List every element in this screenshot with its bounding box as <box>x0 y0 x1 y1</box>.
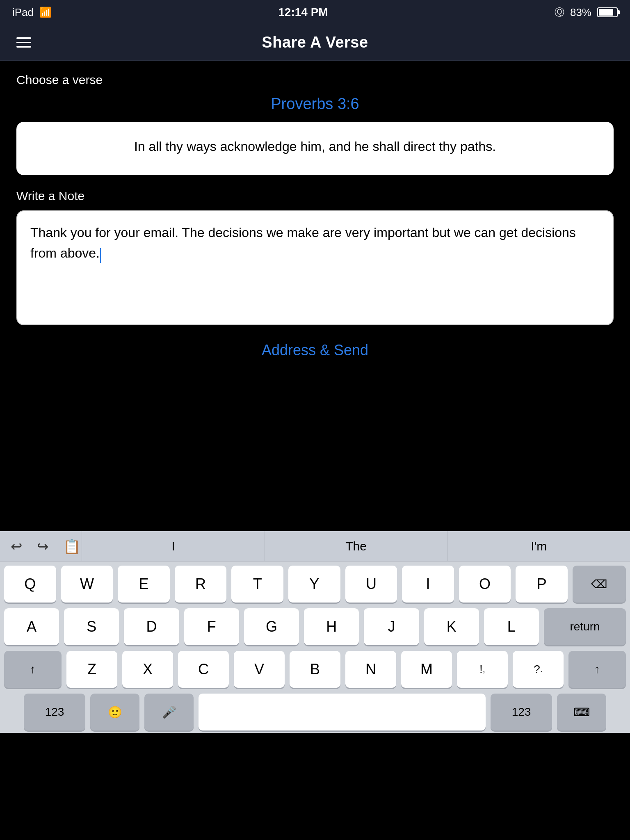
key-f[interactable]: F <box>184 608 239 645</box>
key-row-3: ↑ Z X C V B N M !, ?. ↑ <box>4 651 626 688</box>
status-bar: iPad 📶 12:14 PM Ⓠ 83% <box>0 0 630 25</box>
key-j[interactable]: J <box>364 608 419 645</box>
key-v[interactable]: V <box>234 651 285 688</box>
key-row-4: 123 🙂 🎤 123 ⌨ <box>4 694 626 730</box>
menu-line <box>16 37 31 39</box>
key-u[interactable]: U <box>345 566 397 603</box>
shift-key-right[interactable]: ↑ <box>568 651 626 688</box>
num-key-left[interactable]: 123 <box>24 694 85 730</box>
text-cursor <box>100 248 101 263</box>
key-m[interactable]: M <box>401 651 452 688</box>
key-n[interactable]: N <box>345 651 396 688</box>
status-bar-right: Ⓠ 83% <box>555 6 618 19</box>
verse-text: In all thy ways acknowledge him, and he … <box>33 137 597 156</box>
keyboard-dismiss-key[interactable]: ⌨ <box>557 694 606 730</box>
emoji-key[interactable]: 🙂 <box>90 694 139 730</box>
undo-button[interactable]: ↩ <box>7 535 25 558</box>
verse-title[interactable]: Proverbs 3:6 <box>16 95 614 113</box>
return-key[interactable]: return <box>544 608 626 645</box>
suggestion-im[interactable]: I'm <box>447 531 630 561</box>
keyboard-suggestions: ↩ ↪ 📋 I The I'm <box>0 531 630 562</box>
key-h[interactable]: H <box>304 608 359 645</box>
key-g[interactable]: G <box>244 608 299 645</box>
menu-line <box>16 42 31 43</box>
key-r[interactable]: R <box>175 566 227 603</box>
empty-space <box>0 371 630 531</box>
key-row-1: Q W E R T Y U I O P ⌫ <box>4 566 626 603</box>
redo-button[interactable]: ↪ <box>34 535 52 558</box>
verse-box[interactable]: In all thy ways acknowledge him, and he … <box>16 122 614 175</box>
wifi-icon: 📶 <box>39 7 52 18</box>
status-bar-time: 12:14 PM <box>278 6 328 19</box>
location-icon: Ⓠ <box>555 6 564 19</box>
write-note-label: Write a Note <box>16 189 614 203</box>
key-question-period[interactable]: ?. <box>513 651 564 688</box>
key-row-2: A S D F G H J K L return <box>4 608 626 645</box>
keyboard-rows: Q W E R T Y U I O P ⌫ A S D F G H J K L … <box>0 562 630 733</box>
key-w[interactable]: W <box>61 566 113 603</box>
battery-bar <box>597 7 618 17</box>
space-key[interactable] <box>199 694 486 730</box>
address-send-label[interactable]: Address & Send <box>262 342 368 358</box>
page-title: Share A Verse <box>262 34 368 51</box>
microphone-key[interactable]: 🎤 <box>144 694 194 730</box>
key-x[interactable]: X <box>122 651 173 688</box>
key-b[interactable]: B <box>290 651 340 688</box>
clipboard-button[interactable]: 📋 <box>60 535 84 558</box>
key-t[interactable]: T <box>231 566 283 603</box>
nav-bar: Share A Verse <box>0 25 630 61</box>
note-text[interactable]: Thank you for your email. The decisions … <box>30 225 580 260</box>
key-q[interactable]: Q <box>4 566 56 603</box>
shift-key-left[interactable]: ↑ <box>4 651 62 688</box>
choose-verse-label: Choose a verse <box>16 73 614 87</box>
key-z[interactable]: Z <box>66 651 117 688</box>
battery-percent: 83% <box>570 6 591 19</box>
key-p[interactable]: P <box>516 566 568 603</box>
note-box[interactable]: Thank you for your email. The decisions … <box>16 210 614 325</box>
key-d[interactable]: D <box>124 608 179 645</box>
key-exclaim-comma[interactable]: !, <box>457 651 508 688</box>
key-i[interactable]: I <box>402 566 454 603</box>
key-k[interactable]: K <box>424 608 479 645</box>
backspace-key[interactable]: ⌫ <box>573 566 626 603</box>
menu-line <box>16 46 31 48</box>
suggestion-the[interactable]: The <box>265 531 448 561</box>
key-e[interactable]: E <box>118 566 170 603</box>
num-key-right[interactable]: 123 <box>491 694 552 730</box>
keyboard-toolbar: ↩ ↪ 📋 <box>0 531 82 561</box>
address-send-button[interactable]: Address & Send <box>16 342 614 359</box>
key-a[interactable]: A <box>4 608 59 645</box>
key-y[interactable]: Y <box>288 566 340 603</box>
menu-button[interactable] <box>12 33 35 52</box>
suggestion-i[interactable]: I <box>82 531 265 561</box>
key-s[interactable]: S <box>64 608 119 645</box>
battery-fill <box>599 9 613 16</box>
key-o[interactable]: O <box>459 566 511 603</box>
keyboard-area[interactable]: ↩ ↪ 📋 I The I'm Q W E R T Y U I O P ⌫ A … <box>0 531 630 733</box>
main-content: Choose a verse Proverbs 3:6 In all thy w… <box>0 61 630 371</box>
key-c[interactable]: C <box>178 651 229 688</box>
key-l[interactable]: L <box>484 608 539 645</box>
device-label: iPad <box>12 6 34 19</box>
status-bar-left: iPad 📶 <box>12 6 52 19</box>
